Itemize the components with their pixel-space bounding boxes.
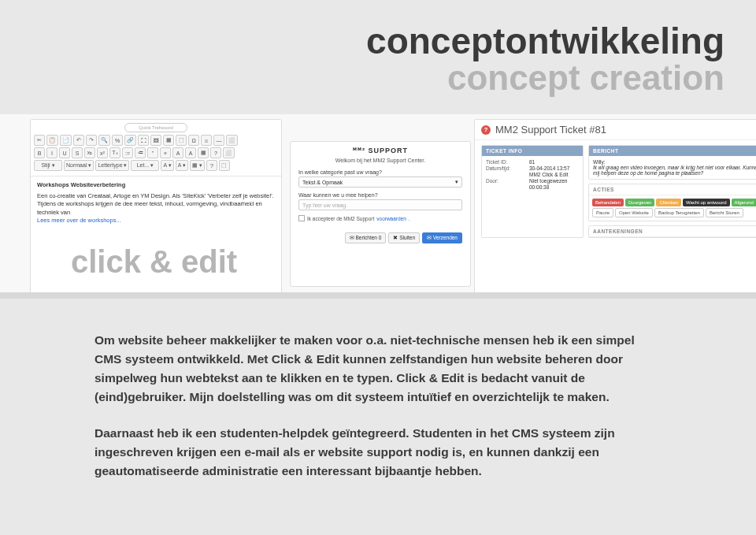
toolbar-button[interactable]: ⬚ [176,135,187,146]
toolbar-button[interactable]: ▦ [163,135,174,146]
info-value: MM2 Click & Edit [529,172,579,177]
ticket-info-box: TICKET INFO Ticket ID:81Datum/tijd:30-04… [481,145,584,238]
toolbar-button[interactable]: 📄 [60,135,72,146]
toolbar-button[interactable]: ⬜ [226,135,238,146]
ticket-notes-box: AANTEKENINGEN [588,225,756,238]
toolbar-button[interactable]: S [72,147,83,158]
toolbar-button[interactable]: 📋 [46,135,58,146]
paragraph-2: Daarnaast heb ik een studenten-helpdek g… [94,424,662,481]
help-icon: ? [481,125,491,135]
messages-button[interactable]: ✉ Berichten 0 [345,232,387,243]
ticket-info-row: MM2 Click & Edit [486,172,579,177]
toolbar-button[interactable]: ↶ [73,135,84,146]
article-body: Om website beheer makkelijker te maken v… [94,331,662,498]
toolbar-button[interactable]: A [172,147,183,158]
action-button[interactable]: Doorgeven [625,199,654,206]
toolbar-button[interactable]: ? [206,160,217,171]
chevron-down-icon: ▾ [455,179,458,185]
toolbar-dropdown[interactable]: Lettertype ▾ [95,160,129,171]
content-text: Een co-creatie van Creataal, Artoge en Y… [37,192,275,217]
page-heading: conceptontwikkeling concept creation [366,22,724,96]
toolbar-button[interactable]: ⬜ [223,147,235,158]
info-key [486,172,529,177]
notes-header: AANTEKENINGEN [589,226,756,237]
close-button[interactable]: ✖ Sluiten [388,232,420,243]
editor-toolbar: Quick Trefwoord ✂📋📄↶↷🔍%🔗⛶🖼▦⬚Ω☺—⬜ BIUSx₂x… [31,120,281,176]
toolbar-button[interactable]: U [59,147,70,158]
toolbar-button[interactable]: ≔ [135,147,146,158]
ticket-title: MM2 Support Ticket #81 [495,124,606,136]
editor-content[interactable]: Workshops Websiteverbetering Een co-crea… [31,176,281,230]
action-button[interactable]: Backup Terugzetten [654,208,704,217]
send-button[interactable]: ✉ Verzenden [422,232,462,243]
toolbar-button[interactable]: — [213,135,224,146]
action-button[interactable]: Pauze [592,208,613,217]
info-key: Ticket ID: [486,159,529,165]
ticket-info-header: TICKET INFO [482,146,583,156]
heading-secondary: concept creation [366,60,724,96]
toolbar-button[interactable]: ▦ ▾ [190,160,205,171]
action-button[interactable]: Afgerond [732,199,756,206]
terms-link[interactable]: voorwaarden [376,216,406,221]
message-header: BERICHT [589,146,756,156]
toolbar-button[interactable]: " [147,147,158,158]
divider-band [0,292,756,299]
toolbar-button[interactable]: A ▾ [176,160,188,171]
paragraph-1: Om website beheer makkelijker te maken v… [94,331,662,407]
toolbar-button[interactable]: A [185,147,196,158]
accept-terms-row[interactable]: Ik accepteer de MM2 Support voorwaarden. [298,215,462,221]
category-label: In welke categorie past uw vraag? [298,169,462,175]
action-button[interactable]: Behandelen [592,199,624,206]
accept-checkbox[interactable] [298,215,305,221]
info-value: Niet toegewezen [529,178,579,184]
toolbar-button[interactable]: 🔍 [98,135,110,146]
action-button[interactable]: Checken [656,199,681,206]
toolbar-button[interactable]: A ▾ [161,160,173,171]
toolbar-button[interactable]: « [160,147,171,158]
content-heading: Workshops Websiteverbetering [37,181,275,190]
heading-primary: conceptontwikkeling [366,22,724,60]
ticket-info-row: Door:Niet toegewezen [486,178,579,184]
info-value: 00:00:38 [529,184,579,190]
toolbar-button[interactable]: ⬚ [219,160,230,171]
info-key: Datum/tijd: [486,165,529,171]
toolbar-button[interactable]: ⛶ [138,135,149,146]
ticket-info-row: Datum/tijd:30-04-2014 13:57 [486,165,579,171]
ticket-actions-box: ACTIES BehandelenDoorgevenCheckenWacht o… [588,184,756,221]
toolbar-button[interactable]: I [46,147,57,158]
toolbar-button[interactable]: x₂ [84,147,95,158]
category-select[interactable]: Tekst & Opmaak▾ [298,176,462,188]
toolbar-dropdown[interactable]: Let... ▾ [131,160,159,171]
actions-header: ACTIES [589,184,756,195]
content-readmore-link[interactable]: Lees meer over de workshops... [37,217,275,225]
accept-text: Ik accepteer de MM2 Support [307,216,374,221]
toolbar-dropdown[interactable]: Stijl ▾ [34,160,62,171]
toolbar-button[interactable]: ☺ [201,135,212,146]
toolbar-button[interactable]: ↷ [86,135,97,146]
category-value: Tekst & Opmaak [302,180,343,185]
action-button[interactable]: Wacht op antwoord [683,199,729,206]
support-welcome: Welkom bij het MM2 Support Center. [298,158,462,163]
toolbar-button[interactable]: B [34,147,45,158]
toolbar-button[interactable]: ▦ [198,147,209,158]
toolbar-button[interactable]: ✂ [34,135,45,146]
info-value: 81 [529,159,579,165]
support-logo: ᴹᴹ² SUPPORT [298,147,462,154]
toolbar-dropdown[interactable]: Normaal ▾ [64,160,94,171]
toolbar-button[interactable]: 🖼 [150,135,161,146]
action-button[interactable]: Bericht Sturen [706,208,743,217]
toolbar-button[interactable]: ? [210,147,221,158]
action-button[interactable]: Open Website [615,208,653,217]
toolbar-button[interactable]: x² [97,147,108,158]
toolbar-button[interactable]: := [122,147,133,158]
info-key: Door: [486,178,529,184]
support-form-panel: ᴹᴹ² SUPPORT Welkom bij het MM2 Support C… [290,141,471,287]
editor-search[interactable]: Quick Trefwoord [124,123,187,132]
toolbar-button[interactable]: Tₓ [109,147,120,158]
support-ticket-panel: ? MM2 Support Ticket #81 TICKET INFO Tic… [474,119,756,295]
toolbar-button[interactable]: % [112,135,123,146]
toolbar-button[interactable]: 🔗 [124,135,136,146]
ticket-info-row: 00:00:38 [486,184,579,190]
question-input[interactable]: Typ hier uw vraag. [298,199,462,210]
toolbar-button[interactable]: Ω [188,135,199,146]
